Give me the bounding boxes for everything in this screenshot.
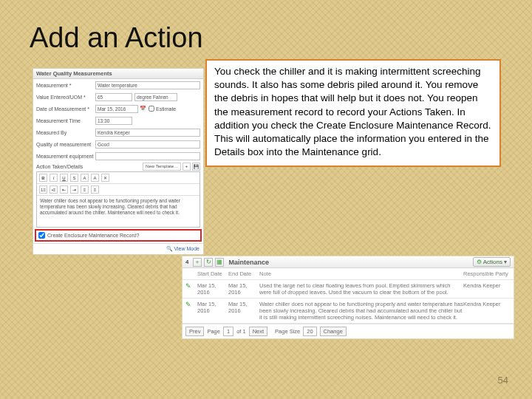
template-add-icon[interactable]: + — [183, 163, 191, 171]
pager-of: of 1 — [236, 328, 246, 335]
input-date[interactable]: Mar 15, 2016 — [95, 105, 138, 113]
cell-end: Mar 15, 2016 — [228, 301, 259, 321]
color-icon[interactable]: A — [81, 174, 89, 182]
maintenance-grid: 4 ＋ ↻ ▦ Maintenance ⚙ Actions ▾ Start Da… — [182, 256, 514, 339]
select-measurement[interactable]: Water temperature — [95, 81, 200, 89]
align-left-icon[interactable]: ≡ — [81, 185, 89, 194]
list-num-icon[interactable]: 1≡ — [39, 185, 47, 194]
measurement-form: Water Quality Measurements Measurement *… — [33, 68, 204, 255]
row-action-label: Action Taken/Details New Template… + 💾 — [33, 162, 203, 171]
row-measurement: Measurement * Water temperature — [33, 79, 203, 91]
row-value: Value Entered/UOM * 65 degree Fahren — [33, 91, 203, 103]
cell-note: Used the large net to clear floating lea… — [259, 282, 463, 296]
pager-change[interactable]: Change — [320, 327, 347, 336]
pager-page-label: Page — [207, 328, 220, 335]
slide-page-number: 54 — [498, 375, 508, 386]
rich-text-editor: B I U S A A ✕ 1≡ •≡ ⇤ ⇥ ≡ ≡ Water chille… — [36, 171, 200, 228]
col-resp[interactable]: Responsible Party — [463, 270, 511, 277]
label-date: Date of Measurement * — [36, 106, 95, 112]
col-start[interactable]: Start Date — [197, 270, 228, 277]
strike-icon[interactable]: S — [70, 174, 78, 182]
row-date: Date of Measurement * Mar 15, 2016 📅 Est… — [33, 103, 203, 115]
excel-icon[interactable]: ▦ — [215, 258, 224, 267]
pager-size-label: Page Size — [275, 328, 300, 335]
pager-prev[interactable]: Prev — [185, 327, 204, 336]
indent-icon[interactable]: ⇥ — [70, 185, 78, 194]
grid-header: 4 ＋ ↻ ▦ Maintenance ⚙ Actions ▾ — [183, 256, 514, 268]
view-mode-link[interactable]: 🔍 View Mode — [33, 243, 203, 254]
input-measured-by[interactable]: Kendra Keeper — [95, 129, 200, 137]
grid-title: Maintenance — [228, 259, 269, 266]
row-edit-icon[interactable]: ✎ — [185, 301, 191, 308]
refresh-icon[interactable]: ↻ — [204, 258, 213, 267]
create-maintenance-checkbox[interactable] — [38, 232, 45, 239]
select-quality[interactable]: Good — [95, 140, 200, 149]
select-uom[interactable]: degree Fahren — [134, 93, 177, 101]
form-header: Water Quality Measurements — [33, 69, 203, 79]
input-value[interactable]: 65 — [95, 93, 132, 101]
cell-end: Mar 15, 2016 — [228, 282, 259, 296]
actions-button[interactable]: ⚙ Actions ▾ — [473, 257, 511, 267]
row-quality: Quality of measurement Good — [33, 138, 203, 150]
align-center-icon[interactable]: ≡ — [91, 185, 99, 194]
estimate-label: Estimate — [156, 106, 176, 112]
grid-tab-number: 4 — [185, 259, 188, 265]
rte-body[interactable]: Water chiller does not appear to be func… — [37, 196, 200, 227]
slide-title: Add an Action — [30, 22, 203, 54]
grid-pager: Prev Page 1 of 1 Next Page Size 20 Chang… — [183, 324, 514, 338]
table-row[interactable]: ✎ Mar 15, 2016 Mar 15, 2016 Used the lar… — [183, 280, 514, 299]
add-icon[interactable]: ＋ — [193, 258, 202, 267]
input-time[interactable]: 13:30 — [95, 117, 132, 125]
label-value: Value Entered/UOM * — [36, 95, 95, 100]
label-time: Measurement Time — [36, 118, 95, 123]
instruction-callout: You check the chiller and it is making i… — [205, 59, 501, 167]
select-equipment[interactable] — [95, 152, 200, 160]
clear-icon[interactable]: ✕ — [101, 174, 109, 182]
list-bul-icon[interactable]: •≡ — [50, 185, 58, 194]
label-measurement: Measurement * — [36, 83, 95, 88]
cell-start: Mar 15, 2016 — [197, 282, 228, 296]
label-measured-by: Measured By — [36, 130, 95, 135]
gear-icon: ⚙ — [477, 259, 482, 265]
create-maintenance-label: Create Enclosure Maintenance Record? — [47, 233, 140, 238]
calendar-icon[interactable]: 📅 — [140, 106, 146, 112]
bold-icon[interactable]: B — [39, 174, 47, 182]
cell-resp: Kendra Keeper — [463, 301, 511, 321]
template-select[interactable]: New Template… — [143, 163, 181, 171]
row-measured-by: Measured By Kendra Keeper — [33, 126, 203, 138]
grid-column-headers: Start Date End Date Note Responsible Par… — [183, 268, 514, 280]
pager-page-input[interactable]: 1 — [223, 327, 233, 336]
row-edit-icon[interactable]: ✎ — [185, 282, 191, 290]
cell-resp: Kendra Keeper — [463, 282, 511, 296]
view-mode-text: View Mode — [174, 246, 200, 251]
row-time: Measurement Time 13:30 — [33, 115, 203, 126]
pager-next[interactable]: Next — [249, 327, 267, 336]
template-save-icon[interactable]: 💾 — [192, 163, 200, 171]
rte-toolbar-2: 1≡ •≡ ⇤ ⇥ ≡ ≡ — [37, 184, 200, 196]
create-maintenance-checkbox-row[interactable]: Create Enclosure Maintenance Record? — [35, 229, 202, 242]
chevron-down-icon: ▾ — [504, 259, 507, 265]
highlight-icon[interactable]: A — [91, 174, 99, 182]
actions-label: Actions — [483, 259, 502, 265]
cell-start: Mar 15, 2016 — [197, 301, 228, 321]
label-action: Action Taken/Details — [36, 164, 83, 169]
pager-size-input[interactable]: 20 — [303, 327, 316, 336]
grid-toolbar: ＋ ↻ ▦ — [193, 258, 224, 267]
italic-icon[interactable]: I — [50, 174, 58, 182]
col-end[interactable]: End Date — [228, 270, 259, 277]
cell-note: Water chiller does not appear to be func… — [259, 301, 463, 321]
label-equipment: Measurement equipment — [36, 154, 95, 159]
estimate-checkbox[interactable] — [149, 106, 154, 112]
label-quality: Quality of measurement — [36, 142, 95, 147]
table-row[interactable]: ✎ Mar 15, 2016 Mar 15, 2016 Water chille… — [183, 299, 514, 324]
row-equipment: Measurement equipment — [33, 150, 203, 162]
col-note[interactable]: Note — [259, 270, 463, 277]
outdent-icon[interactable]: ⇤ — [60, 185, 68, 194]
view-mode-icon: 🔍 — [166, 246, 173, 251]
underline-icon[interactable]: U — [60, 174, 68, 182]
rte-toolbar-1: B I U S A A ✕ — [37, 172, 200, 184]
